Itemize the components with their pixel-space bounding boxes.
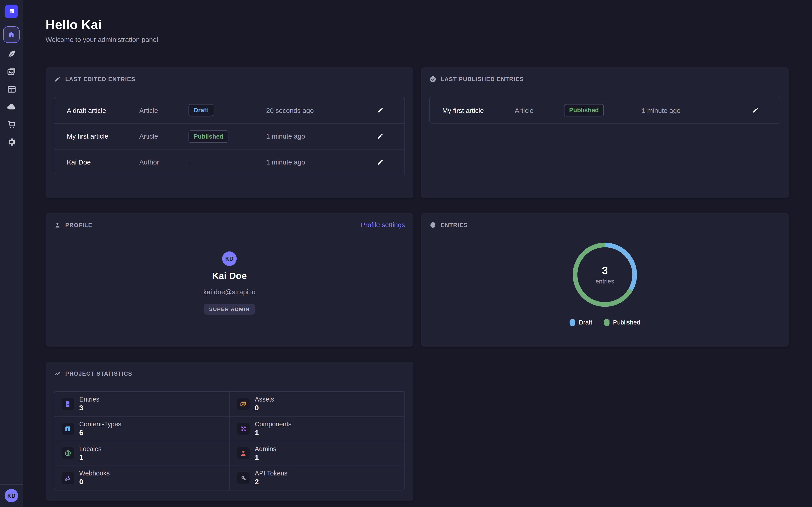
- table-row[interactable]: A draft article Article Draft 20 seconds…: [54, 97, 404, 123]
- chart-legend: Draft Published: [569, 319, 640, 326]
- stat-webhooks: Webhooks 0: [54, 465, 230, 490]
- trend-up-icon: [54, 370, 61, 377]
- webhooks-icon: [64, 474, 71, 482]
- puzzle-icon: [429, 222, 437, 229]
- stat-components: Components 1: [230, 416, 404, 441]
- sidebar-item-content-manager[interactable]: [5, 48, 17, 60]
- strapi-logo-icon: [7, 7, 15, 15]
- sidebar-nav: [0, 23, 23, 151]
- page-subtitle: Welcome to your administration panel: [46, 36, 789, 43]
- sidebar-item-settings[interactable]: [5, 136, 17, 148]
- api-tokens-key-icon: [240, 474, 247, 482]
- edit-entry-button[interactable]: [752, 107, 759, 114]
- stat-label: Webhooks: [79, 470, 110, 477]
- stat-label: Components: [255, 421, 292, 428]
- user-avatar[interactable]: KD: [5, 489, 18, 503]
- pencil-icon: [376, 107, 384, 114]
- stat-locales: Locales 1: [54, 441, 230, 465]
- sidebar-item-cloud[interactable]: [5, 100, 17, 113]
- stat-label: Entries: [79, 396, 99, 403]
- sidebar-footer-divider: [0, 484, 23, 485]
- sidebar-item-marketplace[interactable]: [5, 118, 17, 130]
- edit-entry-button[interactable]: [376, 159, 384, 166]
- stat-value: 3: [79, 404, 99, 412]
- pencil-icon: [54, 75, 61, 83]
- strapi-admin-dashboard: KD Hello Kai Welcome to your administrat…: [0, 0, 812, 507]
- panel-title: LAST PUBLISHED ENTRIES: [441, 76, 524, 82]
- legend-item-draft: Draft: [569, 319, 592, 326]
- entry-name: A draft article: [67, 106, 139, 114]
- entries-count-label: entries: [596, 278, 614, 285]
- legend-item-published: Published: [604, 319, 640, 326]
- legend-label: Published: [613, 319, 640, 326]
- profile-panel: PROFILE Profile settings KD Kai Doe kai.…: [46, 213, 413, 347]
- avatar: KD: [222, 251, 237, 266]
- profile-email: kai.doe@strapi.io: [203, 288, 256, 296]
- table-row[interactable]: My first article Article Published 1 min…: [54, 123, 404, 149]
- cloud-icon: [6, 101, 17, 112]
- entry-time: 20 seconds ago: [266, 106, 376, 114]
- stat-label: Assets: [255, 396, 274, 403]
- stat-value: 0: [79, 478, 110, 486]
- stat-label: Admins: [255, 445, 276, 452]
- components-icon: [240, 425, 247, 433]
- stat-value: 2: [255, 478, 288, 486]
- locales-globe-icon: [64, 450, 71, 457]
- admins-person-icon: [240, 450, 247, 457]
- stat-api-tokens: API Tokens 2: [230, 465, 404, 490]
- stat-label: Content-Types: [79, 421, 121, 428]
- profile-settings-link[interactable]: Profile settings: [361, 221, 405, 228]
- table-row[interactable]: My first article Article Published 1 min…: [430, 97, 780, 123]
- stat-admins: Admins 1: [230, 441, 404, 465]
- panel-title: PROJECT STATISTICS: [65, 371, 132, 377]
- gear-icon: [6, 137, 16, 147]
- entry-time: 1 minute ago: [266, 158, 376, 166]
- edit-entry-button[interactable]: [376, 107, 384, 114]
- last-published-entries-panel: LAST PUBLISHED ENTRIES My first article …: [421, 67, 789, 198]
- stat-label: Locales: [79, 445, 101, 452]
- edit-entry-button[interactable]: [376, 133, 384, 140]
- status-badge: Draft: [189, 104, 213, 116]
- images-icon: [6, 66, 16, 76]
- role-badge: SUPER ADMIN: [204, 304, 255, 315]
- sidebar-item-home[interactable]: [3, 26, 19, 43]
- entry-name: My first article: [67, 132, 139, 140]
- cart-icon: [6, 119, 16, 129]
- panel-title: ENTRIES: [441, 222, 468, 228]
- stat-assets: Assets 0: [230, 392, 404, 416]
- entry-type: Article: [139, 132, 189, 140]
- entry-time: 1 minute ago: [266, 132, 376, 140]
- entries-icon: [64, 400, 71, 407]
- stat-value: 1: [79, 453, 101, 461]
- sidebar-footer: KD: [0, 484, 23, 507]
- assets-icon: [240, 400, 247, 407]
- status-badge: Published: [189, 130, 229, 143]
- layout-icon: [6, 84, 16, 94]
- pencil-icon: [376, 133, 384, 140]
- last-edited-entries-panel: LAST EDITED ENTRIES A draft article Arti…: [46, 67, 413, 198]
- entries-count: 3: [602, 264, 608, 277]
- sidebar-item-media-library[interactable]: [5, 65, 17, 77]
- sidebar: KD: [0, 0, 23, 507]
- entry-name: Kai Doe: [67, 158, 139, 166]
- stat-value: 1: [255, 429, 292, 437]
- panel-title: PROFILE: [65, 222, 92, 228]
- feather-icon: [6, 49, 16, 59]
- entry-name: My first article: [442, 106, 515, 114]
- panel-title: LAST EDITED ENTRIES: [65, 76, 135, 82]
- legend-marker-draft: [569, 319, 575, 326]
- content-types-icon: [64, 425, 71, 433]
- stats-grid: Entries 3 Assets 0: [54, 391, 405, 491]
- pencil-icon: [376, 159, 384, 166]
- sidebar-item-content-type-builder[interactable]: [5, 83, 17, 95]
- pencil-icon: [752, 107, 759, 114]
- legend-label: Draft: [579, 319, 592, 326]
- strapi-logo[interactable]: [5, 5, 18, 18]
- last-edited-table: A draft article Article Draft 20 seconds…: [54, 97, 405, 175]
- home-icon: [7, 31, 15, 39]
- project-statistics-panel: PROJECT STATISTICS Entries 3: [46, 362, 413, 501]
- check-circle-icon: [429, 75, 437, 83]
- entry-time: 1 minute ago: [642, 106, 752, 114]
- status-badge: Published: [564, 104, 604, 116]
- table-row[interactable]: Kai Doe Author - 1 minute ago: [54, 149, 404, 175]
